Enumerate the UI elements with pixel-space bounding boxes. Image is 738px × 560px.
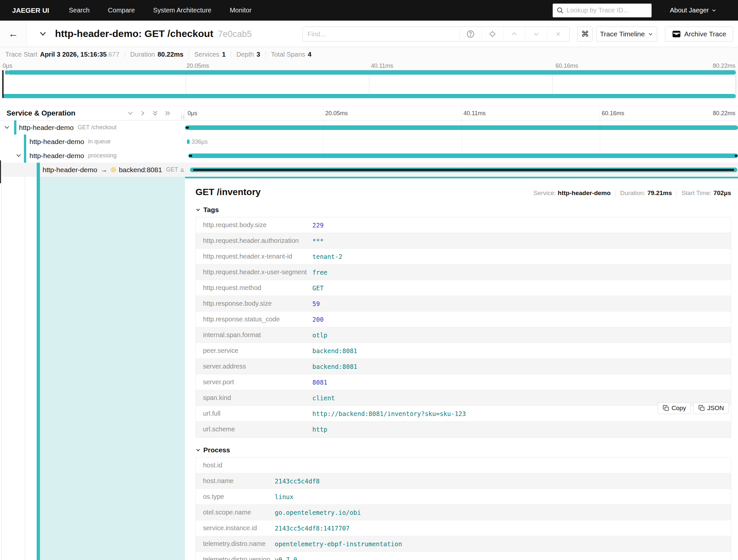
- process-row[interactable]: os.type linux: [196, 489, 731, 505]
- tag-row[interactable]: url.full http://backend:8081/inventory?s…: [196, 406, 731, 422]
- tag-row[interactable]: internal.span.format otlp: [196, 327, 731, 343]
- span-service-name: http-header-demo: [19, 124, 74, 131]
- nav-menu: Search Compare System Architecture Monit…: [69, 7, 270, 14]
- back-button[interactable]: ←: [0, 21, 27, 47]
- span-name-cell[interactable]: http-header-demo → backend:8081 GET ... …: [0, 163, 185, 177]
- trace-lookup-box[interactable]: [553, 4, 652, 17]
- tag-row[interactable]: span.kind client: [196, 390, 731, 406]
- peer-service-name: backend:8081: [119, 166, 162, 174]
- collapse-span-chevron[interactable]: [15, 152, 22, 159]
- span-timeline-cell[interactable]: 336μs: [185, 134, 738, 149]
- double-chevron-down-icon: [152, 110, 158, 116]
- timeline-header: Service & Operation 0μs 20.05ms 40.11ms …: [0, 106, 738, 120]
- minimap-span-bar: [9, 70, 736, 75]
- column-resizer-handle[interactable]: [181, 115, 184, 119]
- tag-key: http.response.body.size: [196, 300, 312, 307]
- nav-menu-item[interactable]: Compare: [108, 7, 135, 14]
- span-timeline-cell[interactable]: [185, 120, 738, 134]
- tag-row[interactable]: http.request.header.x-tenant-id tenant-2: [196, 249, 731, 264]
- span-operation-name: in queue: [88, 138, 111, 145]
- span-name-cell[interactable]: http-header-demoprocessing: [0, 149, 185, 163]
- tick-label: 40.11ms: [464, 110, 486, 117]
- tag-row[interactable]: http.request.header.x-user-segment free: [196, 264, 731, 280]
- tag-row[interactable]: http.request.method GET: [196, 280, 731, 296]
- app-logo[interactable]: JAEGER UI: [12, 7, 49, 14]
- tag-key: http.request.body.size: [196, 221, 312, 229]
- tag-row[interactable]: server.address backend:8081: [196, 359, 731, 375]
- copy-json-button[interactable]: JSON: [694, 402, 729, 414]
- duration-label: Duration: [130, 51, 155, 58]
- tag-row[interactable]: http.response.status_code 200: [196, 312, 731, 327]
- collapse-trace-header-button[interactable]: [39, 29, 47, 38]
- span-row-processing[interactable]: http-header-demoprocessing: [0, 149, 738, 163]
- gridline: [600, 106, 600, 120]
- divider: [125, 51, 125, 58]
- trace-view-dropdown[interactable]: Trace Timeline: [596, 26, 657, 42]
- span-bar[interactable]: [188, 153, 738, 158]
- tag-row[interactable]: peer.service backend:8081: [196, 343, 731, 359]
- span-row-root[interactable]: http-header-demoGET /checkout: [0, 120, 738, 134]
- tag-row[interactable]: http.request.body.size 229: [196, 217, 731, 233]
- find-prev-button[interactable]: [503, 27, 525, 41]
- scrollbar-thumb[interactable]: [0, 160, 1, 183]
- archive-trace-button[interactable]: Archive Trace: [665, 26, 733, 42]
- span-name-cell[interactable]: http-header-demoGET /checkout: [0, 120, 185, 134]
- expand-one-button[interactable]: [139, 110, 146, 116]
- span-name-cell[interactable]: http-header-demoin queue: [0, 134, 185, 149]
- collapse-all-button[interactable]: [152, 110, 158, 116]
- copy-value-button[interactable]: Copy: [658, 402, 691, 414]
- span-bar[interactable]: [187, 139, 190, 144]
- nav-menu-item[interactable]: Monitor: [230, 7, 252, 14]
- tags-section-toggle[interactable]: Tags: [196, 206, 731, 214]
- find-clear-button[interactable]: ×: [547, 27, 569, 41]
- tag-row[interactable]: http.request.header.authorization ***: [196, 233, 731, 249]
- nav-menu-item[interactable]: Search: [69, 7, 89, 14]
- about-jaeger-menu[interactable]: About Jaeger: [670, 7, 716, 14]
- tag-value: 59: [312, 300, 320, 307]
- keyboard-shortcuts-button[interactable]: ⌘: [578, 26, 593, 42]
- process-row[interactable]: telemetry.distro.version v0.7.0: [196, 552, 731, 560]
- process-row[interactable]: otel.scope.name go.opentelemetry.io/obi: [196, 505, 731, 520]
- process-section-toggle[interactable]: Process: [196, 446, 731, 454]
- minimap-scrub-handle[interactable]: [2, 70, 4, 98]
- tag-row[interactable]: url.scheme http: [196, 422, 731, 437]
- process-key: telemetry.distro.version: [196, 556, 275, 560]
- find-input[interactable]: [303, 27, 459, 41]
- timeline-ruler: 0μs 20.05ms 40.11ms 60.16ms 80.22ms: [185, 106, 738, 120]
- process-row[interactable]: telemetry.distro.name opentelemetry-ebpf…: [196, 536, 731, 552]
- tag-value: http://backend:8081/inventory?sku=sku-12…: [312, 410, 466, 417]
- focus-span-button[interactable]: [481, 27, 503, 41]
- span-timeline-cell[interactable]: [185, 163, 738, 177]
- span-timeline-cell[interactable]: [185, 149, 738, 163]
- tag-row[interactable]: http.response.body.size 59: [196, 296, 731, 312]
- tag-key: http.request.method: [196, 284, 312, 292]
- archive-trace-label: Archive Trace: [684, 30, 726, 38]
- minimap-canvas[interactable]: [2, 70, 736, 98]
- tick-label: 80.22ms: [713, 62, 735, 69]
- span-detail-left-rail: [0, 177, 185, 560]
- find-help-button[interactable]: [459, 27, 481, 41]
- span-bar-selected[interactable]: [190, 167, 737, 172]
- span-operation-name: GET /checkout: [78, 124, 116, 131]
- duration-value: 80.22ms: [157, 51, 183, 58]
- chevron-up-icon: [511, 30, 518, 38]
- collapse-one-button[interactable]: [127, 110, 133, 116]
- tag-key: http.request.header.x-tenant-id: [196, 253, 312, 260]
- chevron-down-icon: [533, 30, 540, 38]
- find-next-button[interactable]: [525, 27, 547, 41]
- span-row-backend-selected[interactable]: http-header-demo → backend:8081 GET ... …: [0, 163, 738, 177]
- chevron-down-icon: [127, 110, 133, 116]
- span-bar[interactable]: [185, 125, 738, 130]
- nav-menu-item[interactable]: System Architecture: [153, 7, 212, 14]
- span-row-in-queue[interactable]: http-header-demoin queue 336μs: [0, 134, 738, 149]
- collapse-span-chevron[interactable]: [4, 124, 10, 131]
- process-row[interactable]: host.id: [196, 458, 731, 473]
- process-row[interactable]: host.name 2143cc5c4df8: [196, 473, 731, 489]
- process-value: 2143cc5c4df8:1417707: [275, 525, 350, 532]
- tag-row[interactable]: server.port 8081: [196, 375, 731, 390]
- process-key: otel.scope.name: [196, 509, 275, 516]
- process-row[interactable]: service.instance.id 2143cc5c4df8:1417707: [196, 520, 731, 536]
- trace-lookup-input[interactable]: [567, 7, 648, 14]
- tag-value: GET: [312, 285, 324, 292]
- expand-all-button[interactable]: [164, 110, 171, 116]
